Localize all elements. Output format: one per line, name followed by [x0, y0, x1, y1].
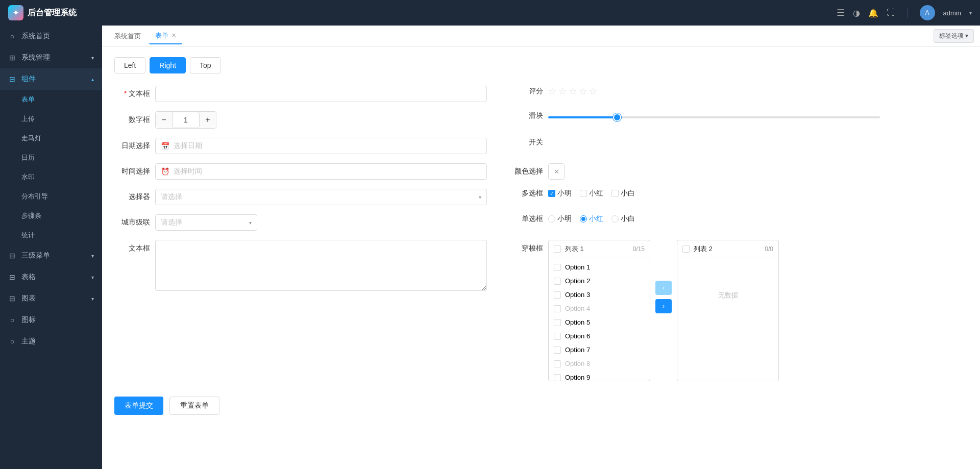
- form-col-transfer: 穿梭框 列表 1 0/15: [507, 240, 880, 381]
- transfer-item-1[interactable]: Option 1: [549, 260, 650, 274]
- sidebar-item-icon[interactable]: ○ 图标: [0, 309, 102, 331]
- theme-icon[interactable]: ◑: [853, 8, 860, 18]
- checkbox-label-2: 小红: [589, 189, 603, 198]
- sidebar-child-marquee[interactable]: 走马灯: [0, 129, 102, 148]
- sidebar-item-chart[interactable]: ⊟ 图表 ▾: [0, 288, 102, 309]
- transfer-item-checkbox-7: [554, 347, 561, 354]
- app-title: 后台管理系统: [28, 8, 77, 18]
- sidebar-item-theme[interactable]: ○ 主题: [0, 331, 102, 352]
- slider-input[interactable]: [548, 116, 880, 118]
- align-left-button[interactable]: Left: [114, 57, 145, 73]
- star-2[interactable]: ☆: [558, 86, 567, 97]
- transfer-item-3[interactable]: Option 3: [549, 288, 650, 302]
- star-5[interactable]: ☆: [589, 86, 597, 97]
- sidebar-child-calendar[interactable]: 日历: [0, 148, 102, 167]
- sidebar-child-watermark[interactable]: 水印: [0, 167, 102, 187]
- tab-table[interactable]: 表单 ✕: [149, 28, 182, 44]
- hamburger-icon[interactable]: ☰: [837, 7, 845, 18]
- checkbox-label-3: 小白: [621, 189, 635, 198]
- align-right-button[interactable]: Right: [150, 57, 186, 73]
- transfer-right-button[interactable]: ›: [655, 299, 672, 313]
- transfer-right-title: 列表 2: [694, 244, 713, 254]
- checkbox-item-1[interactable]: ✓ 小明: [548, 189, 572, 198]
- app-body: ○ 系统首页 ⊞ 系统管理 ▾ ⊟ 组件 ▴ 表单 上传 走马灯 日历 水印 分…: [0, 26, 980, 469]
- sidebar-child-steps[interactable]: 步骤条: [0, 206, 102, 226]
- cascade-input[interactable]: 请选择 ▾: [155, 214, 257, 231]
- sidebar-child-upload[interactable]: 上传: [0, 109, 102, 129]
- form-col-rating: 评分 ☆ ☆ ☆ ☆ ☆: [507, 86, 880, 97]
- transfer-item-9[interactable]: Option 9: [549, 371, 650, 381]
- transfer-item-label-2: Option 2: [565, 277, 590, 285]
- sidebar-item-table-section[interactable]: ⊟ 表格 ▾: [0, 266, 102, 288]
- transfer-right-checkbox[interactable]: [682, 245, 690, 253]
- selector-input[interactable]: 请选择 ▾: [155, 189, 487, 205]
- reset-button[interactable]: 重置表单: [169, 397, 219, 415]
- transfer-item-label-5: Option 5: [565, 318, 590, 326]
- star-4[interactable]: ☆: [579, 86, 587, 97]
- form-row-5: 选择器 请选择 ▾ 多选框: [114, 189, 880, 205]
- sidebar-child-stats[interactable]: 统计: [0, 226, 102, 245]
- admin-label[interactable]: admin: [943, 9, 961, 17]
- text-field-control: [155, 86, 487, 102]
- color-picker-button[interactable]: ✕: [548, 163, 565, 180]
- tab-close-table[interactable]: ✕: [172, 32, 176, 39]
- home-icon: ○: [8, 32, 16, 40]
- transfer-left-title: 列表 1: [565, 244, 584, 254]
- radio-item-2[interactable]: 小红: [580, 214, 603, 224]
- sidebar-item-system-mgmt[interactable]: ⊞ 系统管理 ▾: [0, 47, 102, 68]
- sidebar-item-three-menu[interactable]: ⊟ 三级菜单 ▾: [0, 245, 102, 266]
- chevron-down-icon: ▾: [91, 55, 94, 61]
- transfer-item-4: Option 4: [549, 302, 650, 315]
- checkbox-item-3[interactable]: 小白: [611, 189, 635, 198]
- form-col-date: 日期选择 📅 选择日期: [114, 138, 487, 154]
- toggle-control: [548, 138, 880, 146]
- avatar: A: [920, 5, 935, 20]
- transfer-left-checkbox[interactable]: [554, 245, 561, 253]
- tabs-actions: 标签选项 ▾: [934, 29, 974, 43]
- time-input[interactable]: ⏰ 选择时间: [155, 163, 487, 180]
- cascade-placeholder: 请选择: [161, 218, 245, 227]
- transfer-item-label-9: Option 9: [565, 374, 590, 381]
- submit-button[interactable]: 表单提交: [114, 397, 163, 415]
- tab-system-home[interactable]: 系统首页: [108, 29, 147, 44]
- align-top-button[interactable]: Top: [190, 57, 221, 73]
- radio-item-3[interactable]: 小白: [611, 214, 635, 224]
- transfer-item-2[interactable]: Option 2: [549, 274, 650, 288]
- number-value-input[interactable]: [172, 112, 200, 128]
- date-input[interactable]: 📅 选择日期: [155, 138, 487, 154]
- transfer-left-header: 列表 1 0/15: [549, 240, 650, 258]
- number-plus-button[interactable]: +: [200, 112, 216, 128]
- checkbox-group: ✓ 小明 小红 小白: [548, 189, 880, 198]
- transfer-item-label-8: Option 8: [565, 360, 590, 367]
- tabs-bar: 系统首页 表单 ✕ 标签选项 ▾: [102, 26, 980, 47]
- transfer-left-button[interactable]: ‹: [655, 281, 672, 295]
- form-row-6: 城市级联 请选择 ▾ 单选框: [114, 214, 880, 231]
- radio-label-3: 小白: [621, 214, 635, 224]
- star-3[interactable]: ☆: [569, 86, 577, 97]
- radio-item-1[interactable]: 小明: [548, 214, 572, 224]
- bell-icon[interactable]: 🔔: [868, 9, 878, 17]
- transfer-item-label-3: Option 3: [565, 291, 590, 299]
- transfer-item-5[interactable]: Option 5: [549, 315, 650, 329]
- textarea-input[interactable]: [155, 240, 487, 291]
- star-1[interactable]: ☆: [548, 86, 556, 97]
- text-input[interactable]: [155, 86, 487, 102]
- transfer-right-list: 列表 2 0/0 无数据: [677, 240, 779, 381]
- icon-section-icon: ○: [8, 316, 16, 324]
- transfer-right-header: 列表 2 0/0: [677, 240, 778, 258]
- sidebar-item-system-home[interactable]: ○ 系统首页: [0, 26, 102, 47]
- admin-chevron[interactable]: ▾: [969, 10, 972, 16]
- transfer-item-7[interactable]: Option 7: [549, 343, 650, 357]
- sidebar-label-system-home: 系统首页: [21, 32, 50, 41]
- color-picker-control: ✕: [548, 163, 880, 180]
- transfer-item-6[interactable]: Option 6: [549, 329, 650, 343]
- checkbox-item-2[interactable]: 小红: [580, 189, 603, 198]
- checkbox-label: 多选框: [507, 189, 543, 198]
- sidebar-item-components[interactable]: ⊟ 组件 ▴: [0, 68, 102, 90]
- close-icon: ✕: [554, 168, 559, 176]
- sidebar-child-table[interactable]: 表单: [0, 90, 102, 109]
- tabs-label-button[interactable]: 标签选项 ▾: [934, 29, 974, 43]
- sidebar-child-guide[interactable]: 分布引导: [0, 187, 102, 206]
- number-minus-button[interactable]: −: [156, 112, 172, 128]
- fullscreen-icon[interactable]: ⛶: [887, 8, 895, 17]
